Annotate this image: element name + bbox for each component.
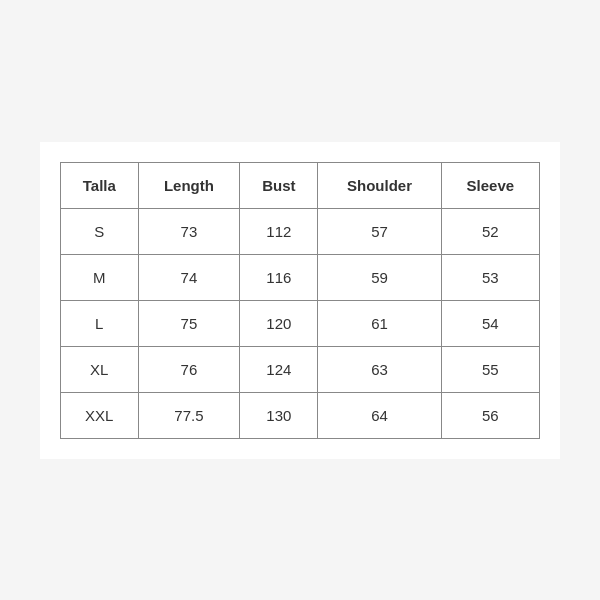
cell-r2-c0: L [61, 300, 139, 346]
cell-r0-c0: S [61, 208, 139, 254]
cell-r4-c0: XXL [61, 392, 139, 438]
cell-r2-c2: 120 [240, 300, 318, 346]
cell-r3-c3: 63 [318, 346, 441, 392]
cell-r3-c4: 55 [441, 346, 539, 392]
size-chart-table: Talla Length Bust Shoulder Sleeve S73112… [60, 162, 540, 439]
cell-r0-c1: 73 [138, 208, 240, 254]
table-row: XXL77.51306456 [61, 392, 540, 438]
cell-r4-c4: 56 [441, 392, 539, 438]
table-header-row: Talla Length Bust Shoulder Sleeve [61, 162, 540, 208]
table-row: S731125752 [61, 208, 540, 254]
table-row: M741165953 [61, 254, 540, 300]
cell-r3-c1: 76 [138, 346, 240, 392]
col-header-talla: Talla [61, 162, 139, 208]
col-header-sleeve: Sleeve [441, 162, 539, 208]
cell-r1-c1: 74 [138, 254, 240, 300]
cell-r0-c3: 57 [318, 208, 441, 254]
cell-r1-c2: 116 [240, 254, 318, 300]
cell-r2-c3: 61 [318, 300, 441, 346]
cell-r2-c4: 54 [441, 300, 539, 346]
cell-r0-c2: 112 [240, 208, 318, 254]
cell-r4-c1: 77.5 [138, 392, 240, 438]
cell-r4-c2: 130 [240, 392, 318, 438]
cell-r0-c4: 52 [441, 208, 539, 254]
cell-r2-c1: 75 [138, 300, 240, 346]
table-row: XL761246355 [61, 346, 540, 392]
col-header-length: Length [138, 162, 240, 208]
col-header-bust: Bust [240, 162, 318, 208]
col-header-shoulder: Shoulder [318, 162, 441, 208]
table-row: L751206154 [61, 300, 540, 346]
cell-r3-c0: XL [61, 346, 139, 392]
cell-r4-c3: 64 [318, 392, 441, 438]
cell-r1-c3: 59 [318, 254, 441, 300]
cell-r1-c4: 53 [441, 254, 539, 300]
cell-r1-c0: M [61, 254, 139, 300]
cell-r3-c2: 124 [240, 346, 318, 392]
size-chart-container: Talla Length Bust Shoulder Sleeve S73112… [40, 142, 560, 459]
